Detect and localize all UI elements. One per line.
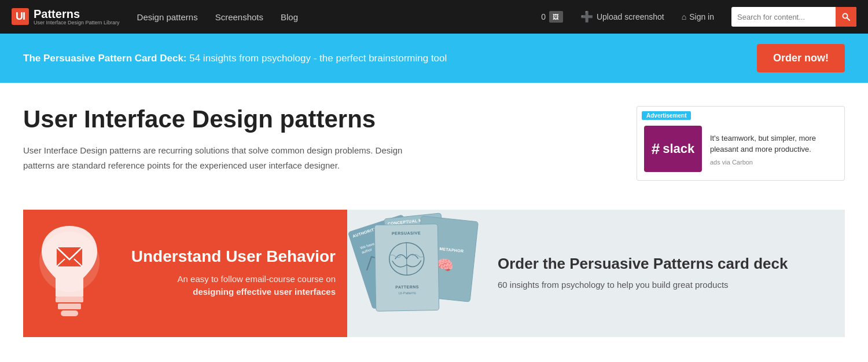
nav-design-patterns[interactable]: Design patterns bbox=[137, 12, 198, 22]
logo-subtitle: User Interface Design Pattern Library bbox=[34, 20, 120, 26]
slack-wordmark: slack bbox=[663, 141, 694, 156]
svg-line-10 bbox=[406, 243, 407, 275]
nav-screenshots[interactable]: Screenshots bbox=[215, 12, 263, 22]
card-front-top: PERSUASIVE bbox=[389, 228, 424, 236]
page-description: User Interface Design patterns are recur… bbox=[23, 143, 417, 173]
upload-count-btn[interactable]: 0 🖼 bbox=[541, 11, 563, 23]
svg-line-1 bbox=[847, 18, 850, 21]
page-title: User Interface Design patterns bbox=[23, 106, 613, 133]
svg-rect-3 bbox=[56, 297, 83, 302]
persuasive-brain-svg bbox=[383, 238, 430, 279]
email-course-card: Understand User Behavior An easy to foll… bbox=[23, 210, 347, 337]
plus-circle-icon: ➕ bbox=[580, 10, 593, 23]
ad-via: ads via Carbon bbox=[710, 159, 837, 166]
logo-title: Patterns bbox=[34, 8, 120, 20]
cards-section: Understand User Behavior An easy to foll… bbox=[0, 192, 868, 337]
svg-rect-4 bbox=[58, 304, 81, 309]
ad-text-wrap: It's teamwork, but simpler, more pleasan… bbox=[710, 133, 837, 166]
navbar: UI Patterns User Interface Design Patter… bbox=[0, 0, 868, 34]
email-card-bold: designing effective user interfaces bbox=[193, 287, 336, 297]
email-text-wrap: Understand User Behavior An easy to foll… bbox=[116, 236, 347, 310]
upload-count: 0 bbox=[541, 12, 546, 21]
main-content: User Interface Design patterns User Inte… bbox=[0, 83, 868, 192]
logo-ui: UI bbox=[12, 8, 29, 25]
slack-logo: # slack bbox=[644, 126, 702, 172]
deck-text-wrap: Order the Persuasive Patterns card deck … bbox=[486, 243, 845, 304]
promo-banner: The Persuasive Pattern Card Deck: 54 ins… bbox=[0, 34, 868, 83]
pattern-deck-section: Authority Conceptual M... ual Metaphor 🧠… bbox=[347, 210, 845, 337]
sign-in-label: Sign in bbox=[689, 12, 714, 21]
content-left: User Interface Design patterns User Inte… bbox=[23, 106, 613, 181]
deck-card-title: Order the Persuasive Patterns card deck bbox=[498, 255, 833, 273]
ad-text: It's teamwork, but simpler, more pleasan… bbox=[710, 133, 837, 155]
svg-rect-5 bbox=[61, 310, 78, 316]
cards-visual: Authority Conceptual M... ual Metaphor 🧠… bbox=[347, 210, 486, 337]
promo-bold: The Persuasive Pattern Card Deck: bbox=[23, 53, 187, 64]
email-card-title: Understand User Behavior bbox=[116, 248, 336, 266]
promo-rest: 54 insights from psychology - the perfec… bbox=[187, 53, 447, 64]
content-right: Advertisement # slack It's teamwork, but… bbox=[637, 106, 845, 181]
search-input[interactable] bbox=[731, 13, 836, 21]
card-front-tag: UI-Patterns bbox=[396, 290, 419, 297]
logo-link[interactable]: UI Patterns User Interface Design Patter… bbox=[12, 8, 120, 26]
upload-screenshot-btn[interactable]: ➕ Upload screenshot bbox=[580, 10, 664, 23]
order-now-button[interactable]: Order now! bbox=[757, 44, 845, 72]
promo-text: The Persuasive Pattern Card Deck: 54 ins… bbox=[23, 51, 447, 66]
nav-blog[interactable]: Blog bbox=[281, 12, 298, 22]
bulb-wrap bbox=[23, 210, 116, 337]
ad-content: # slack It's teamwork, but simpler, more… bbox=[637, 120, 844, 180]
deck-card-subtitle: 60 insights from psychology to help you … bbox=[498, 279, 833, 292]
ad-block: Advertisement # slack It's teamwork, but… bbox=[637, 106, 845, 181]
card-front-bottom: PATTERNS bbox=[393, 284, 421, 291]
search-wrap bbox=[731, 7, 856, 27]
house-icon: ⌂ bbox=[682, 12, 686, 21]
lightbulb-icon bbox=[29, 215, 110, 331]
deck-card-front: PERSUASIVE PATTERNS UI-Patterns bbox=[374, 224, 440, 312]
card-front-brain bbox=[382, 236, 431, 284]
image-icon: 🖼 bbox=[549, 11, 563, 23]
search-button[interactable] bbox=[836, 7, 856, 27]
upload-screenshot-label: Upload screenshot bbox=[597, 12, 664, 21]
email-card-subtitle: An easy to follow email-course course on… bbox=[116, 273, 336, 299]
sign-in-btn[interactable]: ⌂ Sign in bbox=[682, 12, 714, 21]
ad-label: Advertisement bbox=[642, 111, 691, 120]
slack-hash-icon: # bbox=[652, 140, 660, 158]
search-icon bbox=[842, 13, 850, 21]
